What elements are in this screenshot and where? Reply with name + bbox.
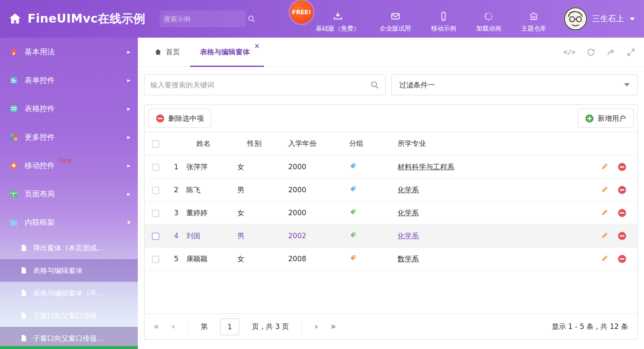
edit-icon[interactable] bbox=[600, 254, 609, 263]
keyword-search-input[interactable] bbox=[150, 81, 370, 89]
mobile-control-icon bbox=[9, 161, 18, 170]
row-number: 1 bbox=[166, 155, 186, 178]
divider bbox=[302, 321, 302, 333]
sidebar-subitem-child-to-parent[interactable]: 子窗口向父窗口传值 bbox=[0, 304, 138, 327]
sidebar-subitem-popup-window[interactable]: 弹出窗体（本页面或... bbox=[0, 237, 138, 259]
row-checkbox[interactable] bbox=[152, 164, 159, 171]
first-page-icon[interactable]: « bbox=[154, 322, 159, 331]
sidebar-item-label: 表单控件 bbox=[25, 75, 121, 85]
sidebar-item-basic-usage[interactable]: 基本用法 ▸ bbox=[0, 38, 138, 66]
cell-name: 陈飞 bbox=[186, 178, 237, 201]
nav-item-mobile-demo[interactable]: 移动示例 bbox=[431, 5, 456, 33]
nav-item-theme-store[interactable]: 主题仓库 bbox=[521, 5, 546, 33]
plus-circle-icon bbox=[585, 114, 594, 123]
view-source-icon[interactable]: </> bbox=[563, 48, 576, 56]
sidebar-item-inline-frame[interactable]: 内联框架 ▾ bbox=[0, 208, 138, 237]
row-checkbox[interactable] bbox=[152, 233, 159, 240]
column-header-major: 所学专业 bbox=[398, 132, 588, 155]
tab-toolbar: </> bbox=[563, 38, 636, 66]
delete-icon[interactable] bbox=[618, 209, 626, 217]
home-icon bbox=[8, 12, 22, 25]
sidebar-subitem-grid-edit-window-alt[interactable]: 表格与编辑窗体（不... bbox=[0, 282, 138, 304]
page-number-input[interactable] bbox=[220, 318, 239, 335]
edit-icon[interactable] bbox=[600, 231, 609, 240]
table-empty-space bbox=[145, 270, 637, 313]
file-icon bbox=[20, 289, 28, 297]
sidebar-subitem-grid-edit-window[interactable]: 表格与编辑窗体 bbox=[0, 259, 138, 282]
refresh-icon[interactable] bbox=[586, 48, 596, 57]
app-logo[interactable]: FineUIMvc在线示例 bbox=[8, 11, 145, 27]
add-user-button[interactable]: 新增用户 bbox=[578, 109, 634, 128]
column-header-index bbox=[166, 132, 186, 155]
delete-selected-button[interactable]: 删除选中项 bbox=[148, 109, 211, 128]
envelope-icon bbox=[390, 11, 401, 21]
user-menu[interactable]: 三生石上 bbox=[564, 7, 635, 31]
sidebar-subitem-child-to-parent-alt[interactable]: 子窗口向父窗口传值... bbox=[0, 327, 138, 349]
sidebar-subitem-label: 表格与编辑窗体 bbox=[33, 266, 83, 275]
filter-dropdown[interactable]: 过滤条件一 bbox=[391, 74, 638, 95]
cell-year: 2002 bbox=[288, 224, 349, 247]
search-icon[interactable] bbox=[370, 80, 379, 89]
row-checkbox[interactable] bbox=[152, 187, 159, 194]
row-checkbox[interactable] bbox=[152, 210, 159, 217]
tab-home[interactable]: 首页 bbox=[144, 38, 190, 66]
top-header: FineUIMvc在线示例 FREE! 基础版（免费） 企业版试用 bbox=[0, 0, 644, 38]
sidebar-item-form-controls[interactable]: 表单控件 ▸ bbox=[0, 66, 138, 94]
next-page-icon[interactable]: › bbox=[314, 322, 318, 331]
cell-gender: 女 bbox=[237, 247, 288, 270]
major-link[interactable]: 化学系 bbox=[398, 232, 419, 240]
column-header-name: 姓名 bbox=[186, 132, 237, 155]
divider bbox=[188, 321, 188, 333]
sidebar-item-page-layout[interactable]: 页面布局 ▸ bbox=[0, 180, 138, 208]
prev-page-icon[interactable]: ‹ bbox=[172, 322, 175, 331]
chevron-right-icon: ▸ bbox=[127, 162, 130, 169]
header-search-input[interactable] bbox=[164, 15, 247, 23]
cell-name: 刘国 bbox=[186, 224, 237, 247]
minus-circle-icon bbox=[156, 114, 165, 123]
edit-icon[interactable] bbox=[600, 208, 609, 217]
tab-bar: 首页 表格与编辑窗体 × </> bbox=[138, 38, 644, 67]
main-area: 首页 表格与编辑窗体 × </> bbox=[138, 38, 644, 349]
major-link[interactable]: 化学系 bbox=[398, 186, 419, 194]
edit-icon[interactable] bbox=[600, 162, 609, 171]
sidebar-item-grid-controls[interactable]: 表格控件 ▸ bbox=[0, 94, 138, 123]
major-link[interactable]: 数学系 bbox=[398, 255, 419, 263]
expand-icon[interactable] bbox=[626, 48, 636, 57]
cell-gender: 男 bbox=[237, 224, 288, 247]
cell-year: 2000 bbox=[288, 155, 349, 178]
nav-item-loading-animation[interactable]: 加载动画 bbox=[476, 5, 501, 33]
nav-item-enterprise-trial[interactable]: 企业版试用 bbox=[380, 5, 411, 33]
search-icon[interactable] bbox=[247, 15, 256, 23]
filter-row: 过滤条件一 bbox=[144, 74, 638, 95]
bank-icon bbox=[529, 11, 539, 21]
cell-year: 2000 bbox=[288, 201, 349, 224]
delete-icon[interactable] bbox=[618, 255, 626, 263]
table-row-selected: 4 刘国 男 2002 化学系 bbox=[145, 224, 637, 247]
sidebar-subitem-label: 表格与编辑窗体（不... bbox=[33, 288, 104, 298]
tab-close-icon[interactable]: × bbox=[254, 43, 260, 49]
tab-grid-edit-window[interactable]: 表格与编辑窗体 × bbox=[190, 38, 264, 66]
table-icon bbox=[9, 104, 18, 113]
chevron-down-icon: ▾ bbox=[127, 219, 130, 226]
tag-icon bbox=[349, 254, 357, 262]
sidebar-item-mobile-controls[interactable]: 移动控件 Corp. ▸ bbox=[0, 151, 138, 180]
nav-item-basic-free[interactable]: FREE! 基础版（免费） bbox=[316, 5, 360, 33]
file-icon bbox=[20, 312, 28, 319]
delete-icon[interactable] bbox=[618, 163, 626, 171]
tag-icon bbox=[349, 231, 357, 239]
major-link[interactable]: 材料科学与工程系 bbox=[398, 163, 454, 171]
major-link[interactable]: 化学系 bbox=[398, 209, 419, 217]
share-icon[interactable] bbox=[606, 48, 616, 57]
app-root: FineUIMvc在线示例 FREE! 基础版（免费） 企业版试用 bbox=[0, 0, 644, 349]
delete-icon[interactable] bbox=[618, 232, 626, 240]
last-page-icon[interactable]: » bbox=[331, 322, 336, 331]
row-checkbox[interactable] bbox=[152, 256, 159, 263]
cell-gender: 女 bbox=[237, 201, 288, 224]
select-all-checkbox[interactable] bbox=[152, 140, 159, 148]
page-prefix-label: 第 bbox=[200, 322, 208, 331]
cell-name: 张萍萍 bbox=[186, 155, 237, 178]
edit-icon[interactable] bbox=[600, 185, 609, 194]
delete-icon[interactable] bbox=[618, 186, 626, 194]
sidebar-item-more-controls[interactable]: 更多控件 ▸ bbox=[0, 123, 138, 151]
row-number: 4 bbox=[166, 224, 186, 247]
